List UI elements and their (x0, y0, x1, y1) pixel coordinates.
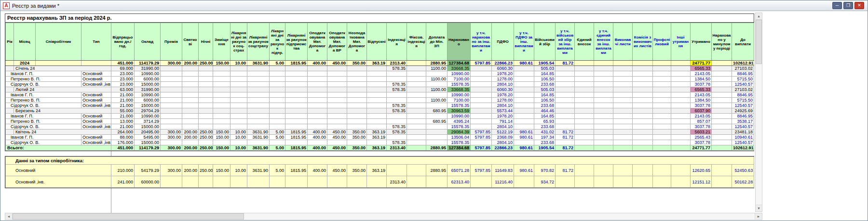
cell-trade-union[interactable] (653, 135, 671, 140)
cell-military-levy[interactable]: 164.85 (534, 71, 556, 77)
cell-military-levy[interactable]: 65.93 (534, 119, 556, 124)
cell-accrued[interactable]: 13506.04 (448, 135, 471, 140)
cell-writ-of-execution[interactable] (613, 66, 633, 71)
cell-employee[interactable]: Петренко В. П. (6, 77, 81, 82)
cell-sick-days-social[interactable] (231, 87, 247, 92)
cell-pit[interactable]: 1978.20 (492, 71, 514, 77)
cell-sick-pay-company[interactable]: 1815.95 (285, 130, 308, 135)
cell-accrued[interactable]: 10990.00 (448, 92, 471, 98)
cell-bonus[interactable] (161, 71, 182, 77)
cell-military-levy-other[interactable] (556, 119, 575, 124)
cell-substitution[interactable] (213, 103, 231, 108)
cell-employee[interactable]: Сідорчук О. В. (6, 82, 81, 87)
cell-military-levy-other[interactable] (556, 103, 575, 108)
cell-bonus[interactable] (161, 82, 182, 87)
minimize-button[interactable]: ─ (832, 2, 842, 9)
cell-pit[interactable]: 2804.10 (492, 82, 514, 87)
cell-to-pay[interactable]: 102612.91 (732, 145, 754, 151)
col-header-worked[interactable]: Відпрацьовано дн./год. (111, 23, 135, 61)
cell-employee[interactable]: Іванов Г. П. (6, 114, 81, 119)
cell-salary[interactable]: 29704.29 (135, 108, 161, 114)
cell-taxable-aid-vr[interactable] (327, 124, 347, 130)
cell-accrued-other[interactable] (471, 119, 492, 124)
cell-writ-of-execution[interactable] (613, 71, 633, 77)
cell-to-pay[interactable]: 12540.57 (732, 140, 754, 145)
cell-writ-commission[interactable] (633, 98, 653, 103)
col-header-unified-contribution-other[interactable]: у т.ч. єдиний внесок за інш. виплатами (594, 23, 613, 61)
cell-unified-contribution[interactable] (575, 119, 594, 124)
cell-taxable-aid[interactable] (308, 103, 327, 108)
cell-fixed-indexation[interactable] (407, 66, 426, 71)
cell-accrued-other[interactable] (471, 87, 492, 92)
cell-taxable-aid[interactable]: 400.00 (308, 61, 327, 66)
cell-bonus[interactable]: 300.00 (161, 61, 182, 66)
cell-holiday[interactable]: 200.00 (182, 130, 199, 135)
cell-min-wage-supplement[interactable] (426, 114, 448, 119)
cell-sick-days-company[interactable]: 5.00 (270, 61, 285, 66)
cell-accrued[interactable]: 15578.35 (448, 124, 471, 130)
cell-taxable-aid-vr[interactable] (327, 92, 347, 98)
cell-fixed-indexation[interactable] (407, 92, 426, 98)
cell-nontaxable-aid[interactable] (347, 77, 367, 82)
cell-writ-commission[interactable] (633, 165, 653, 176)
cell-writ-of-execution[interactable] (613, 61, 633, 66)
cell-fixed-indexation[interactable] (407, 71, 426, 77)
cell-taxable-aid-vr[interactable]: 450.00 (327, 135, 347, 140)
cell-employee[interactable]: Сідорчук О. В. (6, 124, 81, 130)
cell-type[interactable]: Основний (81, 114, 111, 119)
cell-employee[interactable]: Іванов Г. П. (6, 71, 81, 77)
cell-writ-of-execution[interactable] (613, 165, 633, 176)
cell-sick-pay-social[interactable] (247, 71, 270, 77)
cell-salary[interactable]: 15000.00 (135, 103, 161, 108)
cell-nontaxable-aid[interactable] (347, 87, 367, 92)
cell-pit[interactable]: 5122.19 (492, 130, 514, 135)
cell-withheld[interactable]: 3037.78 (691, 124, 712, 130)
cell-accrued-other[interactable] (471, 103, 492, 108)
cell-trade-union[interactable] (653, 114, 671, 119)
cell-writ-of-execution[interactable] (613, 103, 633, 108)
cell-min-wage-supplement[interactable] (426, 176, 448, 188)
cell-sick-pay-social[interactable] (247, 87, 270, 92)
cell-min-wage-supplement[interactable] (426, 140, 448, 145)
cell-unified-contribution[interactable] (575, 66, 594, 71)
cell-night[interactable] (199, 114, 213, 119)
cell-writ-commission[interactable] (633, 82, 653, 87)
cell-sick-pay-company[interactable]: 1815.95 (285, 165, 308, 176)
cell-withheld[interactable]: 2143.05 (691, 71, 712, 77)
cell-trade-union[interactable] (653, 140, 671, 145)
cell-sick-days-company[interactable]: 5.00 (270, 130, 285, 135)
cell-sick-days-company[interactable] (270, 124, 285, 130)
cell-salary[interactable]: 6000.00 (135, 77, 161, 82)
cell-accrued-previous[interactable] (712, 108, 732, 114)
cell-sick-days-company[interactable] (270, 71, 285, 77)
cell-worked[interactable]: 21.000 (111, 103, 135, 108)
cell-military-levy-other[interactable] (556, 71, 575, 77)
cell-pit-other[interactable] (514, 108, 534, 114)
cell-vacation[interactable]: 363.19 (367, 130, 387, 135)
cell-taxable-aid-vr[interactable]: 450.00 (327, 145, 347, 151)
cell-salary[interactable]: 15000.00 (135, 124, 161, 130)
cell-military-levy[interactable]: 164.85 (534, 92, 556, 98)
cell-salary[interactable]: 10990.00 (135, 92, 161, 98)
col-header-vacation[interactable]: Відпускні (367, 23, 387, 61)
cell-to-pay[interactable]: 27103.02 (732, 87, 754, 92)
cell-military-levy[interactable]: 233.68 (534, 124, 556, 130)
cell-vacation[interactable]: 363.19 (367, 165, 387, 176)
cell-nontaxable-aid[interactable] (347, 82, 367, 87)
cell-taxable-aid[interactable] (308, 176, 327, 188)
cell-sick-pay-social[interactable] (247, 114, 270, 119)
cell-pit[interactable]: 11649.83 (492, 165, 514, 176)
cell-writ-of-execution[interactable] (613, 108, 633, 114)
cell-trade-union[interactable] (653, 87, 671, 92)
cell-salary[interactable]: 114179.29 (135, 145, 161, 151)
cell-label[interactable]: Всього: (6, 145, 111, 151)
employee-row[interactable]: Іванов Г. П.Основний23.00010990.0010990.… (6, 71, 754, 77)
cell-vacation[interactable]: 363.19 (367, 61, 387, 66)
cell-sick-days-social[interactable] (231, 108, 247, 114)
cell-sick-pay-company[interactable] (285, 119, 308, 124)
cell-trade-union[interactable] (653, 130, 671, 135)
cell-min-wage-supplement[interactable]: 1100.00 (426, 66, 448, 71)
cell-military-levy[interactable]: 934.72 (534, 176, 556, 188)
cell-salary[interactable]: 60000.00 (135, 176, 161, 188)
cell-vacation[interactable] (367, 87, 387, 92)
